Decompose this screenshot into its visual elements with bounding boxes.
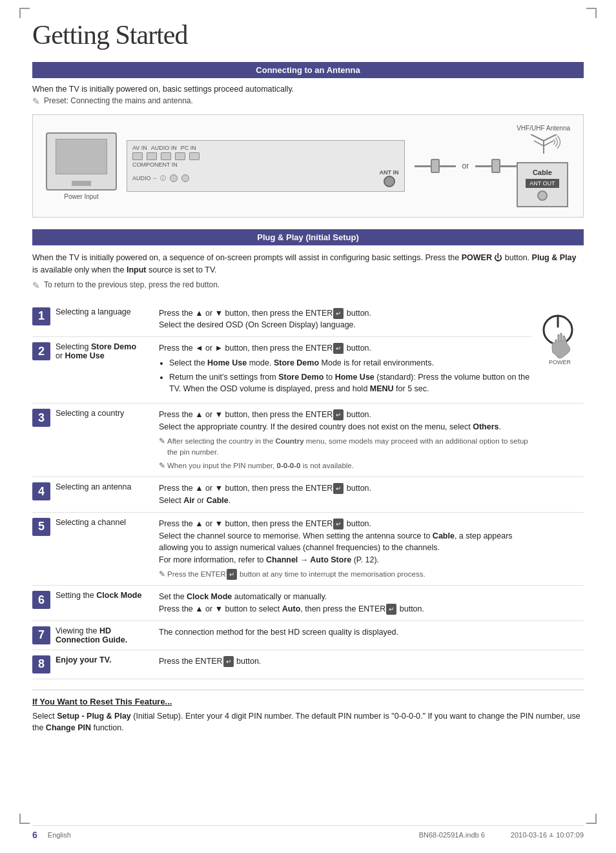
step-6-num-cell: 6 <box>32 586 53 621</box>
connector-area-1 <box>415 159 456 173</box>
antenna-note: ✎ Preset: Connecting the mains and anten… <box>32 96 584 107</box>
port-3 <box>161 152 171 160</box>
port-5 <box>189 152 200 160</box>
step-row-8: 8 Enjoy your TV. Press the ENTER↵ button… <box>32 650 584 679</box>
enter-icon-6: ↵ <box>386 604 396 615</box>
footer-page-number: 6 <box>32 830 37 840</box>
note-icon-3b: ✎ <box>159 460 165 471</box>
step-7-num-cell: 7 <box>32 621 53 650</box>
step-7-title: Viewing the HD Connection Guide. <box>53 621 156 650</box>
step-3-note-2: ✎ When you input the PIN number, 0-0-0-0… <box>159 460 532 471</box>
step-5-note: ✎ Press the ENTER↵ button at any time to… <box>159 569 532 580</box>
power-input-label: Power Input <box>64 193 98 200</box>
reset-title: If You Want to Reset This Feature... <box>32 697 584 706</box>
step-7-number: 7 <box>32 626 50 644</box>
vhf-box: VHF/UHF Antenna <box>517 125 570 157</box>
step-row-4: 4 Selecting an antenna Press the ▲ or ▼ … <box>32 477 584 513</box>
cable-line-2 <box>440 165 456 167</box>
step-8-content: Press the ENTER↵ button. <box>156 650 532 679</box>
step-1-title: Selecting a language <box>53 302 156 337</box>
bottom-right-corner <box>586 814 597 824</box>
enter-icon-3: ↵ <box>333 409 344 420</box>
tv-image <box>46 132 117 190</box>
svg-line-2 <box>544 134 557 141</box>
enter-icon-4: ↵ <box>333 483 344 494</box>
cable-box: Cable ANT OUT <box>517 162 568 207</box>
svg-line-3 <box>534 141 544 146</box>
step-2-number: 2 <box>32 342 50 360</box>
footer: 6 English BN68-02591A.indb 6 2010-03-16 … <box>32 825 584 840</box>
steps-main: 1 Selecting a language Press the ▲ or ▼ … <box>32 297 584 679</box>
enter-icon-2: ↵ <box>333 343 344 354</box>
footer-language: English <box>48 831 71 839</box>
plug-play-intro: When the TV is initially powered on, a s… <box>32 252 584 276</box>
ant-out-port <box>537 190 548 201</box>
power-button-svg: POWER <box>539 307 577 365</box>
step-row-7: 7 Viewing the HD Connection Guide. The c… <box>32 621 584 650</box>
port-round-2 <box>181 174 189 182</box>
reset-section: If You Want to Reset This Feature... Sel… <box>32 690 584 735</box>
note-icon-5: ✎ <box>159 569 165 580</box>
panel-row-1: AV IN AUDIO IN PC IN <box>132 145 399 151</box>
enter-icon-8: ↵ <box>223 656 234 667</box>
antenna-diagram: Power Input AV IN AUDIO IN PC IN COMPONE… <box>32 114 584 218</box>
page-title: Getting Started <box>32 19 584 50</box>
svg-line-1 <box>531 134 544 141</box>
step-8-num-cell: 8 <box>32 650 53 679</box>
panel-row-3: COMPONENT IN <box>132 161 399 168</box>
enter-icon-1: ↵ <box>333 308 344 319</box>
note-icon-3a: ✎ <box>159 436 165 447</box>
step-2-title: Selecting Store Demoor Home Use <box>53 337 156 404</box>
tv-unit: Power Input <box>46 132 117 200</box>
connector-1 <box>431 159 440 173</box>
step-2-num-cell: 2 <box>32 337 53 404</box>
step-5-number: 5 <box>32 518 50 536</box>
step-1-content: Press the ▲ or ▼ button, then press the … <box>156 302 532 337</box>
step-2-content: Press the ◄ or ► button, then press the … <box>156 337 532 404</box>
port-2 <box>147 152 157 160</box>
step-5-num-cell: 5 <box>32 512 53 585</box>
footer-date: 2010-03-16 ꕊ 10:07:09 <box>511 831 584 839</box>
step-6-content: Set the Clock Mode automatically or manu… <box>156 586 532 621</box>
step-4-title: Selecting an antenna <box>53 477 156 513</box>
step-row-1: 1 Selecting a language Press the ▲ or ▼ … <box>32 302 584 337</box>
note-pencil-icon: ✎ <box>32 280 40 291</box>
antenna-intro: When the TV is initially powered on, bas… <box>32 85 584 94</box>
panel-row-4: AUDIO ← ⓘ ANT IN <box>132 169 399 187</box>
ant-out-label: ANT OUT <box>526 179 559 188</box>
panel-row-2 <box>132 152 399 160</box>
step-row-6: 6 Setting the Clock Mode Set the Clock M… <box>32 586 584 621</box>
step-5-content: Press the ▲ or ▼ button, then press the … <box>156 512 532 585</box>
vhf-antenna-svg <box>524 134 563 157</box>
bottom-left-corner <box>19 814 30 824</box>
port-1 <box>132 152 143 160</box>
step-row-3: 3 Selecting a country Press the ▲ or ▼ b… <box>32 404 584 477</box>
enter-icon-5: ↵ <box>333 519 344 529</box>
antenna-section-header: Connecting to an Antenna <box>32 62 584 78</box>
step-3-number: 3 <box>32 409 50 427</box>
top-right-corner <box>586 8 597 18</box>
step-5-title: Selecting a channel <box>53 512 156 585</box>
step-1-num-cell: 1 <box>32 302 53 337</box>
step-3-title: Selecting a country <box>53 404 156 477</box>
ant-in-port <box>384 176 395 187</box>
step-3-note-1: ✎ After selecting the country in the Cou… <box>159 436 532 458</box>
note-icon: ✎ <box>32 96 40 107</box>
bottom-corners <box>19 814 597 824</box>
or-label: or <box>462 161 469 170</box>
plug-play-note: ✎ To return to the previous step, press … <box>32 280 584 291</box>
step-8-number: 8 <box>32 655 50 673</box>
steps-container: 1 Selecting a language Press the ▲ or ▼ … <box>32 297 584 679</box>
step-6-number: 6 <box>32 591 50 609</box>
connector-2 <box>491 159 500 173</box>
step-3-num-cell: 3 <box>32 404 53 477</box>
power-icon-cell: POWER <box>532 302 584 404</box>
cable-line-1 <box>415 165 431 167</box>
port-4 <box>175 152 185 160</box>
back-panel: AV IN AUDIO IN PC IN COMPONENT IN AUDIO … <box>127 140 405 192</box>
port-round-1 <box>170 174 178 182</box>
reset-text: Select Setup - Plug & Play (Initial Setu… <box>32 710 584 735</box>
step-2-bullets: Select the Home Use mode. Store Demo Mod… <box>169 357 532 395</box>
step-6-title: Setting the Clock Mode <box>53 586 156 621</box>
step-4-number: 4 <box>32 482 50 500</box>
